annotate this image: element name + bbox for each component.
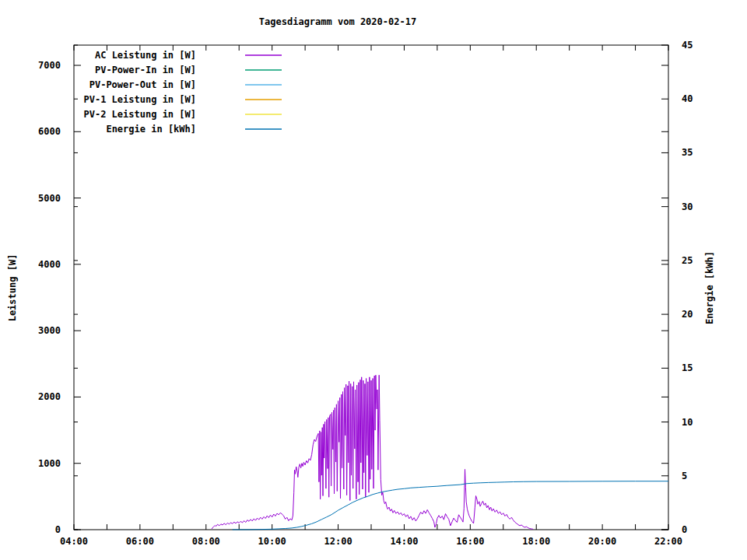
legend-label: AC Leistung in [W] [95,50,196,61]
legend-label: Energie in [kWh] [106,124,196,135]
y2-axis-title: Energie [kWh] [704,251,715,324]
y1-tick-label: 7000 [38,60,61,71]
x-tick-label: 06:00 [126,536,154,547]
x-tick-label: 18:00 [522,536,550,547]
x-tick-label: 20:00 [588,536,616,547]
y1-tick-label: 4000 [38,259,61,270]
plot-svg: 04:0006:0008:0010:0012:0014:0016:0018:00… [0,0,747,560]
x-tick-label: 22:00 [654,536,682,547]
y2-tick-label: 20 [682,309,693,320]
x-tick-label: 08:00 [192,536,220,547]
energie-in-kwh-line [233,481,668,530]
y2-tick-label: 30 [682,201,693,212]
x-tick-label: 14:00 [390,536,418,547]
y2-tick-label: 25 [682,255,693,266]
y2-tick-label: 35 [682,147,693,158]
y1-tick-label: 0 [55,524,61,535]
x-tick-label: 04:00 [60,536,88,547]
y1-axis-title: Leistung [W] [7,254,18,322]
y2-tick-label: 0 [682,524,687,535]
y1-tick-label: 1000 [38,458,61,469]
x-tick-label: 10:00 [258,536,286,547]
x-tick-label: 12:00 [324,536,352,547]
y1-tick-label: 3000 [38,325,61,336]
chart-canvas: Tagesdiagramm vom 2020-02-17 04:0006:000… [0,0,747,560]
y2-tick-label: 5 [682,471,687,481]
y1-tick-label: 6000 [38,126,61,137]
y2-tick-label: 10 [682,417,693,428]
legend-label: PV-Power-Out in [W] [89,79,196,90]
y1-tick-label: 5000 [38,193,61,204]
y2-tick-label: 40 [682,93,693,104]
y2-tick-label: 45 [682,40,693,51]
ac-leistung-in-w-line [212,375,533,529]
legend-label: PV-2 Leistung in [W] [84,109,197,120]
legend-label: PV-1 Leistung in [W] [84,94,197,105]
x-tick-label: 16:00 [456,536,484,547]
y1-tick-label: 2000 [38,391,61,402]
legend-label: PV-Power-In in [W] [95,65,196,75]
y2-tick-label: 15 [682,362,693,373]
